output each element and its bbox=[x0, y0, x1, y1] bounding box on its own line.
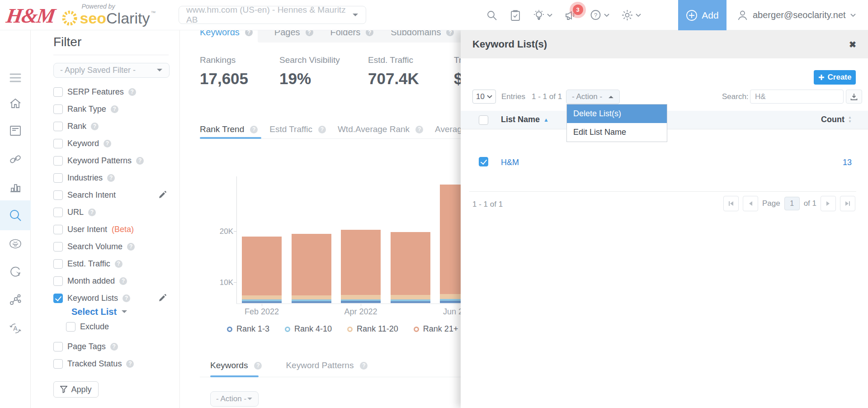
search-icon[interactable] bbox=[486, 9, 498, 21]
checkbox[interactable] bbox=[66, 322, 75, 332]
last-page-button[interactable] bbox=[840, 196, 855, 211]
select-all-checkbox[interactable] bbox=[479, 115, 488, 125]
help-icon[interactable]: ? bbox=[590, 9, 609, 21]
help-icon[interactable]: ? bbox=[119, 277, 127, 285]
list-name-link[interactable]: H&M bbox=[501, 158, 519, 167]
sort-icon: ▲▼ bbox=[848, 116, 852, 123]
list-action-dropdown[interactable]: - Action - bbox=[566, 90, 620, 104]
chevron-down-icon bbox=[352, 13, 359, 17]
user-account-menu[interactable]: aberger@seoclarity.net bbox=[737, 0, 856, 30]
help-icon[interactable]: ? bbox=[136, 157, 144, 165]
checkbox[interactable] bbox=[53, 359, 63, 369]
help-icon[interactable]: ? bbox=[123, 294, 130, 302]
tab-subdomains[interactable]: Subdomains? bbox=[391, 30, 471, 38]
help-icon[interactable]: ? bbox=[91, 123, 99, 130]
tab-folders[interactable]: Folders? bbox=[330, 30, 391, 38]
menu-item-edit-list-name[interactable]: Edit List Name bbox=[567, 123, 667, 142]
filter-item-search-volume: Search Volume? bbox=[53, 242, 169, 251]
column-list-name[interactable]: List Name ▲ bbox=[501, 115, 549, 124]
bar-segment bbox=[391, 299, 430, 301]
tab-pages[interactable]: Pages? bbox=[274, 30, 330, 38]
checkbox[interactable] bbox=[53, 276, 63, 286]
checkbox[interactable] bbox=[53, 208, 63, 217]
chart-tab-rank-trend[interactable]: Rank Trend bbox=[200, 124, 244, 134]
checkbox-checked[interactable] bbox=[53, 294, 63, 303]
legend-rank-21-plus[interactable]: Rank 21+ bbox=[414, 324, 458, 334]
download-icon bbox=[850, 93, 858, 100]
home-icon[interactable] bbox=[0, 94, 31, 114]
ideas-icon[interactable] bbox=[533, 9, 552, 21]
network-icon[interactable] bbox=[0, 290, 31, 310]
pages-icon[interactable] bbox=[0, 121, 31, 141]
create-button[interactable]: Create bbox=[814, 70, 856, 85]
chart-tab-estd-traffic[interactable]: Estd Traffic bbox=[269, 124, 312, 134]
prev-page-button[interactable] bbox=[743, 196, 758, 211]
chart-tab-wtd-average-rank[interactable]: Wtd.Average Rank bbox=[338, 124, 410, 134]
tab-keywords[interactable]: Keywords? bbox=[200, 30, 274, 38]
apply-button[interactable]: Apply bbox=[53, 381, 99, 398]
menu-item-delete-lists[interactable]: Delete List(s) bbox=[567, 104, 667, 123]
bar-segment bbox=[292, 301, 331, 303]
pencil-icon[interactable] bbox=[159, 294, 167, 302]
page-number-input[interactable] bbox=[784, 197, 800, 210]
rankings-icon[interactable] bbox=[0, 177, 31, 197]
filter-item-estd-traffic: Estd. Traffic? bbox=[53, 259, 169, 269]
keywords-action-dropdown[interactable]: - Action - bbox=[210, 391, 259, 407]
help-icon[interactable]: ? bbox=[115, 260, 123, 268]
add-button[interactable]: Add bbox=[678, 0, 726, 30]
filter-item-keyword-patterns: Keyword Patterns? bbox=[53, 156, 169, 166]
help-icon[interactable]: ? bbox=[110, 343, 118, 351]
pagination: Page of 1 bbox=[723, 196, 855, 211]
tab-keywords-table[interactable]: Keywords bbox=[210, 361, 248, 370]
help-icon[interactable]: ? bbox=[88, 209, 96, 216]
help-icon[interactable]: ? bbox=[128, 88, 136, 96]
help-icon[interactable]: ? bbox=[126, 360, 134, 368]
help-icon[interactable]: ? bbox=[107, 174, 115, 182]
checkbox[interactable] bbox=[53, 342, 63, 351]
column-count[interactable]: Count ▲▼ bbox=[821, 115, 852, 124]
first-page-button[interactable] bbox=[723, 196, 739, 211]
legend-rank-1-3[interactable]: Rank 1-3 bbox=[227, 324, 269, 334]
links-icon[interactable] bbox=[0, 149, 31, 169]
tasks-icon[interactable] bbox=[509, 9, 521, 21]
page-label: Page bbox=[762, 199, 780, 208]
checkbox[interactable] bbox=[53, 139, 63, 148]
checkbox[interactable] bbox=[53, 190, 63, 200]
checkbox[interactable] bbox=[53, 242, 63, 251]
menu-icon[interactable] bbox=[0, 68, 31, 88]
help-icon: ? bbox=[366, 30, 373, 36]
row-checkbox-checked[interactable] bbox=[479, 157, 488, 166]
next-page-button[interactable] bbox=[821, 196, 836, 211]
apply-saved-filter-dropdown[interactable]: - Apply Saved Filter - bbox=[53, 63, 170, 78]
checkbox[interactable] bbox=[53, 173, 63, 183]
trademark-label: ™ bbox=[151, 10, 156, 15]
divider bbox=[469, 191, 856, 192]
checkbox[interactable] bbox=[53, 122, 63, 131]
intelligence-icon[interactable] bbox=[0, 234, 31, 254]
help-icon[interactable]: ? bbox=[104, 140, 111, 147]
search-icon[interactable] bbox=[0, 200, 31, 230]
active-tab-underline bbox=[210, 375, 259, 377]
domain-selector[interactable]: www.hm.com (US-en) - Hennes & Mauritz AB bbox=[179, 6, 366, 24]
list-search-input[interactable] bbox=[750, 90, 844, 104]
checkbox[interactable] bbox=[53, 87, 63, 97]
tab-keyword-patterns[interactable]: Keyword Patterns bbox=[286, 361, 354, 370]
footer-range: 1 - 1 of 1 bbox=[472, 200, 503, 209]
download-button[interactable] bbox=[846, 90, 862, 104]
activity-icon[interactable] bbox=[0, 261, 31, 281]
close-icon[interactable]: ✖ bbox=[849, 39, 856, 50]
select-list-dropdown[interactable]: Select List bbox=[71, 307, 169, 317]
checkbox[interactable] bbox=[53, 259, 63, 269]
checkbox[interactable] bbox=[53, 225, 63, 234]
page-size-select[interactable]: 10 bbox=[472, 90, 496, 104]
pencil-icon[interactable] bbox=[159, 190, 167, 199]
help-icon[interactable]: ? bbox=[111, 105, 118, 113]
help-icon[interactable]: ? bbox=[127, 243, 135, 251]
legend-rank-11-20[interactable]: Rank 11-20 bbox=[347, 324, 398, 334]
legend-rank-4-10[interactable]: Rank 4-10 bbox=[285, 324, 332, 334]
checkbox[interactable] bbox=[53, 156, 63, 166]
language-icon[interactable]: A bbox=[0, 318, 31, 338]
checkbox[interactable] bbox=[53, 104, 63, 114]
settings-gear-icon[interactable] bbox=[621, 9, 641, 21]
announcements-icon[interactable]: 3 bbox=[564, 9, 578, 22]
